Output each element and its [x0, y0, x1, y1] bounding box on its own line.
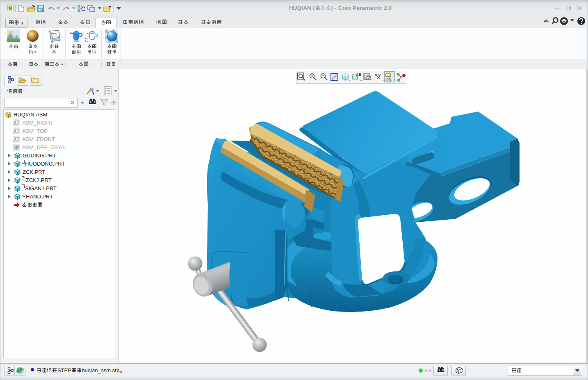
svg-text:AB: AB	[356, 73, 361, 77]
